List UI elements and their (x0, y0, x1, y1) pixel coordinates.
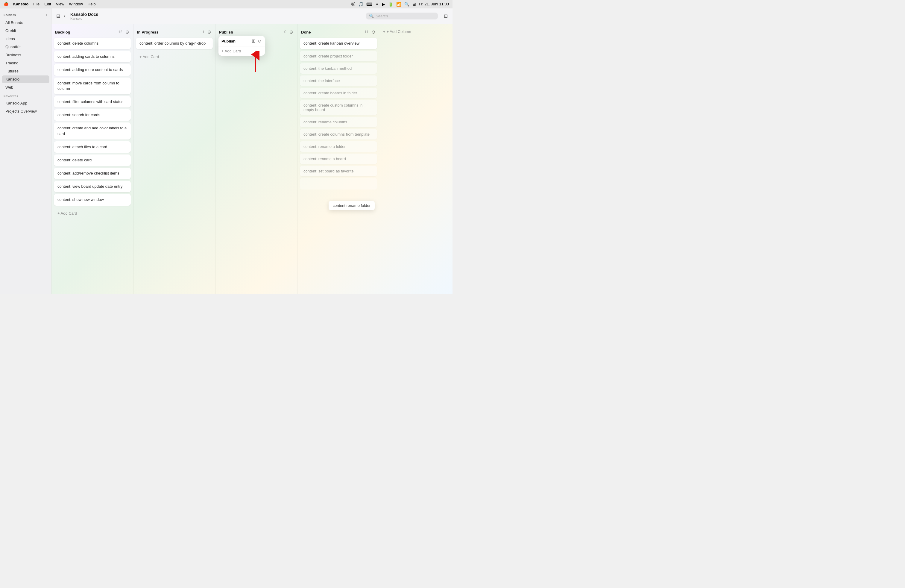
context-menu-label: content rename folder (333, 203, 370, 208)
menu-file[interactable]: File (33, 2, 40, 6)
card-done-1[interactable]: content: create project folder (300, 51, 377, 61)
card-inprogress-0[interactable]: content: order columns by drag-n-drop (136, 38, 213, 49)
column-backlog-header: Backlog 12 ☺ (54, 27, 131, 38)
search-icon[interactable]: 🔍 (404, 2, 410, 6)
board-subtitle: Kansolo (70, 17, 98, 21)
card-done-2[interactable]: content: the kanban method (300, 63, 377, 74)
column-done-header: Done 11 ☺ (300, 27, 377, 38)
search-input[interactable] (376, 14, 435, 18)
column-publish-count: 0 (284, 30, 286, 34)
folders-label: Folders (3, 13, 16, 17)
sidebar-item-business[interactable]: Business (2, 51, 49, 59)
add-folder-button[interactable]: + (45, 13, 48, 17)
card-done-6[interactable]: content: rename columns (300, 117, 377, 127)
card-backlog-9[interactable]: content: add/remove checklist items (54, 168, 131, 179)
card-backlog-0[interactable]: content: delete columns (54, 38, 131, 49)
wifi-icon: 📶 (396, 2, 401, 6)
card-done-5[interactable]: content: create custom columns in empty … (300, 100, 377, 115)
add-column-plus: + (383, 29, 386, 34)
sidebar-item-kansolo-app[interactable]: Kansolo App (2, 99, 49, 107)
menu-window[interactable]: Window (69, 2, 83, 6)
sidebar-item-quantkit[interactable]: QuantKit (2, 43, 49, 51)
battery-icon: 🔋 (388, 2, 393, 6)
card-backlog-8[interactable]: content: delete card (54, 154, 131, 166)
card-done-0[interactable]: content: create kanban overview (300, 38, 377, 49)
card-done-10[interactable]: content: set board as favorite (300, 166, 377, 176)
card-backlog-1[interactable]: content: adding cards to columns (54, 51, 131, 62)
column-inprogress-count: 1 (202, 30, 205, 34)
media-icon: ▶ (382, 2, 385, 6)
column-done-menu[interactable]: ☺ (371, 29, 376, 35)
add-card-inprogress[interactable]: + Add Card (136, 52, 213, 61)
back-button[interactable]: ‹ (64, 13, 65, 19)
popup-add-card[interactable]: + Add Card (219, 46, 265, 56)
menu-edit[interactable]: Edit (44, 2, 51, 6)
column-backlog-menu[interactable]: ☺ (125, 29, 130, 35)
keyboard-icon: ⌨ (366, 2, 372, 6)
add-column-button[interactable]: + + Add Column (379, 24, 427, 294)
apple-menu[interactable]: 🍎 (3, 2, 8, 6)
menu-view[interactable]: View (56, 2, 64, 6)
column-inprogress: In Progress 1 ☺ content: order columns b… (133, 24, 216, 294)
view-toggle-button[interactable]: ⊡ (444, 13, 448, 19)
column-publish: Publish 0 ☺ + Add Card Publish ⊞ ☺ (216, 24, 297, 294)
card-done-7[interactable]: content: create columns from template (300, 129, 377, 140)
sidebar-item-kansolo[interactable]: Kansolo (2, 75, 49, 83)
add-card-backlog[interactable]: + Add Card (54, 209, 131, 218)
board-area: Backlog 12 ☺ content: delete columns con… (51, 24, 452, 294)
card-done-placeholder (300, 178, 377, 189)
sidebar-item-allboards[interactable]: All Boards (2, 19, 49, 26)
card-done-8[interactable]: content: rename a folder (300, 141, 377, 152)
card-backlog-11[interactable]: content: show new window (54, 194, 131, 205)
card-backlog-4[interactable]: content: filter columns with card status (54, 96, 131, 108)
column-done: Done 11 ☺ content: create kanban overvie… (297, 24, 379, 294)
app-name[interactable]: Kansolo (13, 2, 29, 6)
kanban-board: Backlog 12 ☺ content: delete columns con… (51, 24, 452, 294)
card-done-4[interactable]: content: create boards in folder (300, 88, 377, 98)
context-menu-rename[interactable]: content rename folder (329, 201, 375, 210)
folders-header: Folders + (0, 11, 51, 19)
column-publish-title: Publish (219, 30, 282, 35)
sidebar-item-web[interactable]: Web (2, 84, 49, 91)
popup-grid-icon[interactable]: ⊞ (252, 38, 256, 44)
card-backlog-10[interactable]: content: view board update date entry (54, 181, 131, 192)
sidebar-item-ideas[interactable]: Ideas (2, 35, 49, 43)
menubar: 🍎 Kansolo File Edit View Window Help ⓪ 🎵… (0, 0, 452, 8)
search-icon: 🔍 (369, 14, 374, 18)
favorites-label: Favorites (0, 91, 51, 99)
sidebar-toggle-button[interactable]: ⊟ (56, 13, 60, 19)
board-title-area: Kansolo Docs Kansolo (70, 12, 98, 21)
card-backlog-7[interactable]: content: attach files to a card (54, 141, 131, 153)
sidebar: Folders + All Boards Orebit Ideas QuantK… (0, 8, 51, 294)
sidebar-item-orebit[interactable]: Orebit (2, 27, 49, 35)
sidebar-item-futures[interactable]: Futures (2, 67, 49, 75)
column-done-title: Done (301, 30, 362, 35)
card-backlog-3[interactable]: content: move cards from column to colum… (54, 78, 131, 94)
board-title: Kansolo Docs (70, 12, 98, 17)
menu-help[interactable]: Help (88, 2, 96, 6)
sidebar-item-trading[interactable]: Trading (2, 59, 49, 67)
column-inprogress-title: In Progress (137, 30, 200, 35)
column-inprogress-menu[interactable]: ☺ (207, 29, 211, 35)
card-backlog-6[interactable]: content: create and add color labels to … (54, 122, 131, 139)
sidebar-item-projects-overview[interactable]: Projects Overview (2, 108, 49, 115)
column-backlog: Backlog 12 ☺ content: delete columns con… (51, 24, 133, 294)
music-icon: 🎵 (358, 2, 363, 6)
card-done-3[interactable]: content: the interface (300, 75, 377, 86)
activity-icon: ⓪ (351, 2, 355, 7)
card-done-9[interactable]: content: rename a board (300, 154, 377, 164)
popup-title: Publish (221, 39, 235, 43)
datetime: Fr. 21. Juni 11:03 (419, 2, 449, 6)
popup-emoji-icon[interactable]: ☺ (257, 38, 262, 44)
column-inprogress-header: In Progress 1 ☺ (136, 27, 213, 38)
card-backlog-5[interactable]: content: search for cards (54, 109, 131, 121)
column-publish-menu[interactable]: ☺ (289, 29, 294, 35)
controlcenter-icon[interactable]: ⊞ (413, 2, 416, 6)
bluetooth-icon: ✦ (375, 2, 379, 6)
add-column-label: + Add Column (387, 29, 411, 34)
card-backlog-2[interactable]: content: adding more content to cards (54, 64, 131, 75)
search-box[interactable]: 🔍 (366, 13, 438, 19)
toolbar: ⊟ ‹ Kansolo Docs Kansolo 🔍 ⊡ (51, 8, 452, 24)
column-backlog-count: 12 (118, 30, 122, 34)
column-backlog-title: Backlog (55, 30, 116, 35)
